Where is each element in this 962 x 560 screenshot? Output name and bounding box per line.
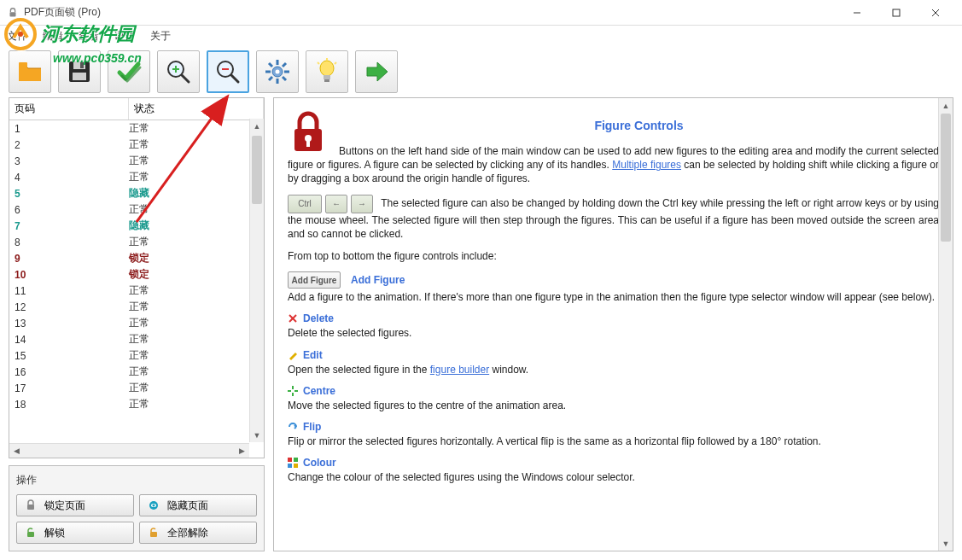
table-row[interactable]: 18正常 [9,396,264,412]
cell-page: 12 [9,301,129,313]
cell-page: 1 [9,123,129,135]
menu-bar: 文件 编辑 查看 语言 关于 [0,26,962,46]
centre-icon [288,386,298,396]
col-page[interactable]: 页码 [9,98,129,120]
cell-status: 正常 [129,235,264,249]
cell-status: 隐藏 [129,186,264,201]
cell-status: 正常 [129,283,264,298]
table-row[interactable]: 16正常 [9,364,264,380]
table-row[interactable]: 1正常 [9,120,264,137]
content-scroll-vertical[interactable]: ▲ ▼ [938,98,953,551]
toolbar-apply-button[interactable] [108,50,150,93]
scroll-right-icon[interactable]: ▶ [235,444,249,458]
title-bar: PDF页面锁 (Pro) [0,0,962,26]
table-row[interactable]: 5隐藏 [9,185,264,201]
cell-page: 15 [9,350,129,362]
table-row[interactable]: 8正常 [9,234,264,250]
table-row[interactable]: 4正常 [9,169,264,185]
svg-line-34 [335,62,336,64]
table-row[interactable]: 17正常 [9,380,264,396]
menu-about[interactable]: 关于 [150,29,171,44]
toolbar-next-button[interactable] [355,50,398,93]
svg-point-38 [153,505,155,507]
svg-rect-53 [294,464,298,468]
minimize-button[interactable] [837,0,877,26]
table-row[interactable]: 9锁定 [9,250,264,266]
delete-desc: Delete the selected figures. [288,326,939,340]
unlock-all-icon [147,526,160,540]
hide-page-button[interactable]: 隐藏页面 [139,494,257,516]
toolbar-zoom-in-button[interactable] [157,50,200,93]
svg-rect-43 [306,140,310,147]
table-row[interactable]: 7隐藏 [9,218,264,234]
cell-page: 9 [9,253,129,265]
scroll-down-icon[interactable]: ▼ [939,536,953,551]
cell-status: 正常 [129,300,264,314]
cell-status: 正常 [129,365,264,379]
cell-status: 锁定 [129,251,264,265]
table-row[interactable]: 15正常 [9,347,264,364]
menu-view[interactable]: 查看 [79,29,99,44]
svg-rect-31 [324,79,329,82]
page-list-panel: 页码 状态 1正常2正常3正常4正常5隐藏6正常7隐藏8正常9锁定10锁定11正… [9,97,265,458]
scroll-down-icon[interactable]: ▼ [250,428,264,442]
table-row[interactable]: 3正常 [9,153,264,169]
svg-line-24 [269,63,272,67]
svg-rect-47 [292,393,294,396]
col-status[interactable]: 状态 [129,98,264,120]
centre-heading: Centre [288,385,939,397]
toolbar-settings-button[interactable] [256,50,299,93]
cell-page: 17 [9,382,129,394]
cell-page: 16 [9,366,129,378]
toolbar-save-button[interactable] [58,50,101,93]
cell-page: 14 [9,334,129,346]
table-row[interactable]: 10锁定 [9,266,264,283]
delete-heading: Delete [288,312,939,324]
table-row[interactable]: 13正常 [9,315,264,331]
flip-icon [288,422,298,432]
svg-rect-49 [294,390,298,392]
cell-page: 13 [9,318,129,330]
menu-file[interactable]: 文件 [7,29,27,44]
close-button[interactable] [916,0,955,26]
toolbar-hint-button[interactable] [306,50,348,93]
list-body[interactable]: 1正常2正常3正常4正常5隐藏6正常7隐藏8正常9锁定10锁定11正常12正常1… [9,120,264,458]
menu-language[interactable]: 语言 [114,29,135,44]
scroll-thumb[interactable] [252,136,262,204]
table-row[interactable]: 14正常 [9,331,264,347]
table-row[interactable]: 11正常 [9,283,264,299]
menu-edit[interactable]: 编辑 [43,29,63,44]
lock-large-icon [288,110,329,155]
scroll-left-icon[interactable]: ◀ [9,444,24,458]
cell-status: 正常 [129,121,264,136]
svg-rect-39 [27,532,34,537]
multiple-figures-link[interactable]: Multiple figures [612,159,681,171]
scroll-thumb[interactable] [941,114,951,242]
list-scroll-horizontal[interactable]: ◀ ▶ [9,443,249,458]
cell-status: 正常 [129,348,264,363]
unlock-button[interactable]: 解锁 [16,522,134,544]
unlock-all-button[interactable]: 全部解除 [139,522,257,544]
bulb-icon [312,57,341,86]
maximize-button[interactable] [877,0,916,26]
toolbar-zoom-out-button[interactable] [207,50,249,93]
scroll-up-icon[interactable]: ▲ [250,119,264,133]
hide-page-label: 隐藏页面 [167,499,208,513]
table-row[interactable]: 2正常 [9,137,264,153]
nav-left-icon: ← [325,195,347,213]
cell-status: 正常 [129,170,264,184]
cell-status: 正常 [129,381,264,395]
table-row[interactable]: 12正常 [9,299,264,315]
edit-desc: Open the selected figure in the figure b… [288,363,939,376]
unlock-all-label: 全部解除 [167,526,208,540]
svg-rect-50 [288,458,292,462]
table-row[interactable]: 6正常 [9,201,264,218]
toolbar-open-button[interactable] [9,50,51,93]
svg-rect-51 [294,458,298,462]
list-scroll-vertical[interactable]: ▲ ▼ [249,119,264,442]
scroll-up-icon[interactable]: ▲ [939,98,953,113]
figure-builder-link[interactable]: figure builder [430,364,489,376]
cell-page: 2 [9,139,129,151]
lock-page-button[interactable]: 锁定页面 [16,494,134,516]
cell-page: 10 [9,269,129,281]
